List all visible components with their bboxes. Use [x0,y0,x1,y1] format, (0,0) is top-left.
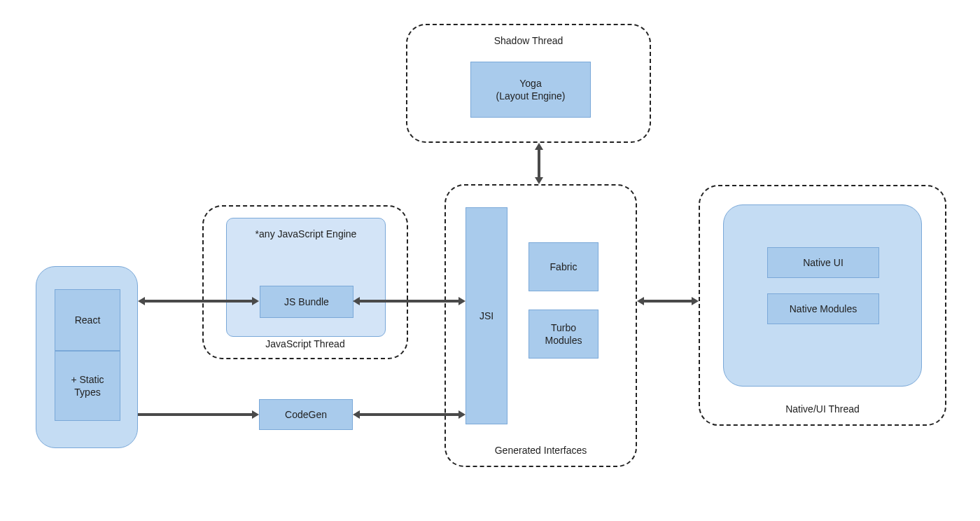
codegen-label: CodeGen [285,408,327,421]
arrow-head-left-2 [353,297,360,305]
generated-interfaces-label: Generated Interfaces [446,445,636,456]
shadow-thread-label: Shadow Thread [407,35,650,46]
js-bundle-label: JS Bundle [284,296,329,308]
jsi-box: JSI [465,207,507,424]
jsi-label: JSI [479,310,493,322]
arrow-static-codegen [138,413,252,416]
native-ui-thread-label: Native/UI Thread [700,403,945,415]
turbo-modules-label: Turbo Modules [545,321,582,347]
react-box: React [55,289,120,351]
arrow-generated-native [644,300,692,303]
arrow-shadow-generated [538,150,540,177]
any-js-engine-container: *any JavaScript Engine JS Bundle [226,218,386,337]
arrow-react-jsbundle [145,300,252,303]
arrow-head-right-5 [692,297,699,305]
codegen-box: CodeGen [259,399,353,430]
shadow-thread-group: Shadow Thread Yoga (Layout Engine) [406,24,651,143]
javascript-thread-label: JavaScript Thread [204,338,407,349]
arrow-head-right-3 [252,410,259,419]
arrow-jsbundle-jsi [360,300,458,303]
arrow-head-left-4 [353,410,360,419]
native-ui-box: Native UI [767,247,879,278]
arrow-head-right-2 [458,297,465,305]
static-types-label: + Static Types [71,373,104,398]
native-modules-box: Native Modules [767,293,879,324]
arrow-head-up [535,143,543,150]
native-ui-label: Native UI [803,256,844,269]
arrow-head-left-5 [637,297,644,305]
static-types-box: + Static Types [55,351,120,421]
arrow-head-down [535,177,543,184]
turbo-modules-box: Turbo Modules [528,310,598,359]
react-container: React + Static Types [36,266,138,448]
fabric-label: Fabric [550,260,578,273]
native-container: Native UI Native Modules [723,204,922,387]
arrow-codegen-jsi [360,413,458,416]
fabric-box: Fabric [528,242,598,291]
yoga-box: Yoga (Layout Engine) [470,62,591,118]
js-bundle-box: JS Bundle [260,286,354,318]
native-modules-label: Native Modules [790,303,858,315]
react-label: React [75,314,101,326]
arrow-head-left-1 [138,297,145,305]
any-js-engine-label: *any JavaScript Engine [227,228,385,239]
arrow-head-right-4 [458,410,465,419]
arrow-head-right-1 [252,297,259,305]
yoga-label: Yoga (Layout Engine) [496,77,566,102]
